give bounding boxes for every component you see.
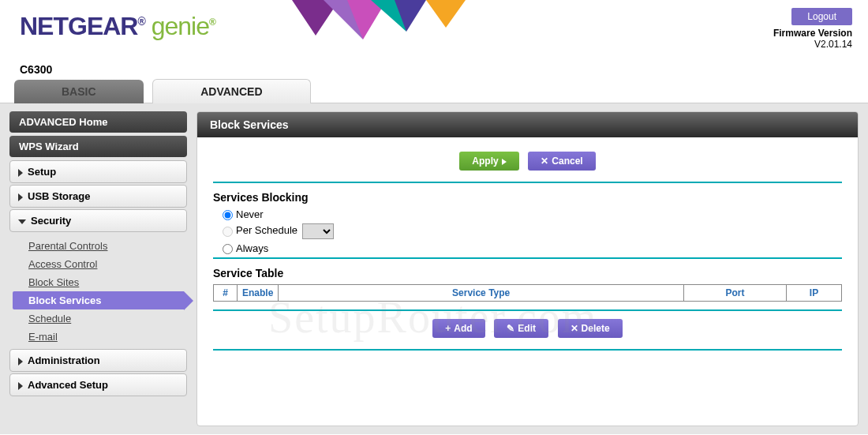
- play-icon: [502, 159, 507, 165]
- sidebar-usb-storage[interactable]: USB Storage: [9, 185, 187, 208]
- radio-always-label: Always: [236, 242, 268, 254]
- col-service-type: Service Type: [279, 285, 684, 302]
- sidebar-wps-wizard[interactable]: WPS Wizard: [9, 136, 187, 157]
- logout-button[interactable]: Logout: [791, 8, 852, 25]
- services-blocking-label: Services Blocking: [213, 191, 842, 204]
- radio-per-schedule[interactable]: [223, 227, 233, 237]
- tab-advanced[interactable]: ADVANCED: [152, 79, 310, 103]
- radio-always[interactable]: [223, 244, 233, 254]
- sidebar-item-access-control[interactable]: Access Control: [13, 255, 184, 273]
- pencil-icon: ✎: [507, 323, 514, 334]
- schedule-select[interactable]: [302, 223, 334, 239]
- chevron-down-icon: [18, 219, 26, 224]
- decorative-triangles: [292, 0, 497, 47]
- service-table: # Enable Service Type Port IP: [213, 284, 842, 302]
- chevron-right-icon: [18, 169, 23, 177]
- col-enable: Enable: [238, 285, 279, 302]
- main-panel: Block Services Apply ✕Cancel Services Bl…: [196, 111, 859, 426]
- service-table-label: Service Table: [213, 267, 842, 279]
- col-ip: IP: [787, 285, 842, 302]
- sidebar-item-block-sites[interactable]: Block Sites: [13, 273, 184, 291]
- tab-basic[interactable]: BASIC: [14, 80, 144, 103]
- close-icon: ✕: [571, 323, 578, 334]
- radio-never-label: Never: [236, 208, 264, 220]
- apply-button[interactable]: Apply: [459, 152, 518, 171]
- sidebar-advanced-home[interactable]: ADVANCED Home: [9, 111, 187, 133]
- plus-icon: +: [445, 323, 451, 334]
- sidebar: ADVANCED Home WPS Wizard Setup USB Stora…: [9, 111, 187, 426]
- sidebar-item-e-mail[interactable]: E-mail: [13, 328, 184, 346]
- add-button[interactable]: +Add: [432, 319, 485, 338]
- sidebar-item-parental-controls[interactable]: Parental Controls: [13, 237, 184, 255]
- panel-title: Block Services: [197, 112, 858, 137]
- chevron-right-icon: [18, 193, 23, 201]
- sidebar-administration[interactable]: Administration: [9, 349, 187, 372]
- sidebar-item-block-services[interactable]: Block Services: [13, 291, 184, 309]
- sidebar-security[interactable]: Security: [9, 209, 187, 232]
- radio-per-schedule-label: Per Schedule: [236, 225, 297, 237]
- cancel-button[interactable]: ✕Cancel: [528, 152, 595, 171]
- model-label: C6300: [20, 63, 52, 76]
- delete-button[interactable]: ✕Delete: [558, 319, 623, 338]
- sidebar-advanced-setup[interactable]: Advanced Setup: [9, 373, 187, 396]
- chevron-right-icon: [18, 382, 23, 390]
- sidebar-item-schedule[interactable]: Schedule: [13, 309, 184, 328]
- radio-never[interactable]: [223, 210, 233, 220]
- svg-marker-3: [426, 0, 466, 28]
- close-icon: ✕: [541, 156, 548, 167]
- brand-logo: NETGEAR® genie®: [20, 12, 215, 41]
- sidebar-setup[interactable]: Setup: [9, 160, 187, 183]
- chevron-right-icon: [18, 358, 23, 366]
- col-num: #: [214, 285, 238, 302]
- edit-button[interactable]: ✎Edit: [494, 319, 548, 338]
- col-port: Port: [684, 285, 787, 302]
- firmware-version: Firmware Version V2.01.14: [773, 28, 852, 50]
